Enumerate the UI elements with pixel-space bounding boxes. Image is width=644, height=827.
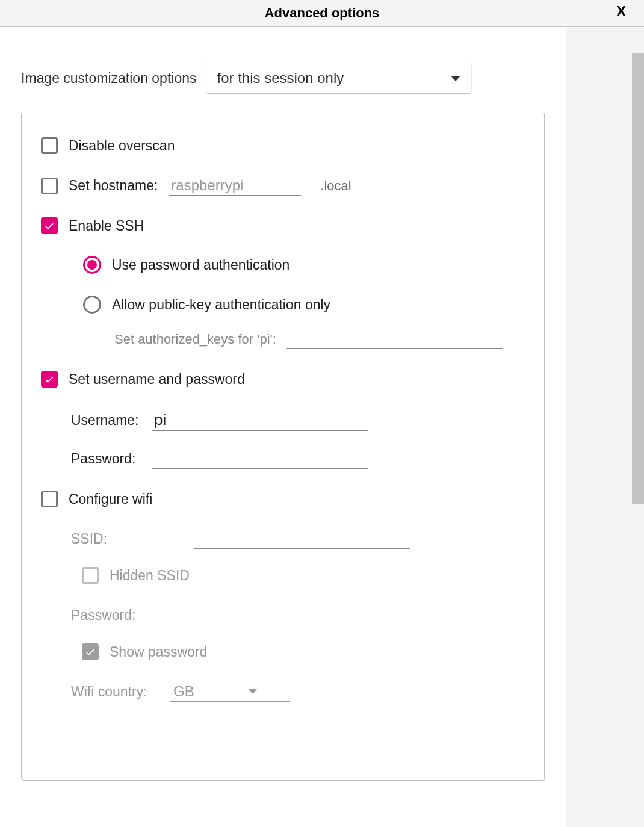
username-label: Username: (71, 412, 143, 429)
ssh-password-auth-label: Use password authentication (112, 257, 289, 273)
enable-ssh-row: Enable SSH (41, 217, 525, 234)
wifi-hidden-ssid-checkbox[interactable] (82, 567, 99, 584)
enable-ssh-checkbox[interactable] (41, 217, 58, 234)
password-label: Password: (71, 451, 143, 467)
configure-wifi-checkbox[interactable] (41, 491, 58, 507)
ssh-pubkey-auth-radio[interactable] (83, 296, 101, 314)
ssh-pubkey-auth-row: Allow public-key authentication only (41, 296, 525, 314)
chevron-down-icon (249, 689, 257, 694)
customization-select-value: for this session only (217, 70, 344, 87)
customization-select[interactable]: for this session only (206, 63, 471, 93)
ssh-password-auth-row: Use password authentication (41, 256, 525, 274)
check-icon (84, 646, 96, 658)
disable-overscan-checkbox[interactable] (41, 137, 58, 154)
disable-overscan-label: Disable overscan (69, 138, 175, 154)
wifi-country-value: GB (173, 683, 194, 700)
check-icon (43, 220, 55, 232)
dialog-header: Advanced options X (0, 0, 644, 27)
dialog-title: Advanced options (265, 5, 380, 21)
password-input[interactable] (152, 449, 368, 469)
disable-overscan-row: Disable overscan (41, 137, 525, 154)
wifi-hidden-ssid-row: Hidden SSID (41, 567, 525, 584)
hostname-input[interactable] (169, 176, 301, 196)
ssh-authkeys-row: Set authorized_keys for 'pi': (41, 329, 525, 349)
hostname-suffix: .local (320, 178, 351, 194)
set-userpass-label: Set username and password (69, 371, 245, 388)
username-input[interactable] (152, 409, 368, 431)
chevron-down-icon (451, 76, 460, 81)
set-userpass-row: Set username and password (41, 371, 525, 388)
set-hostname-label: Set hostname: (69, 178, 158, 194)
wifi-password-input[interactable] (161, 606, 378, 625)
wifi-password-label: Password: (71, 607, 143, 624)
wifi-show-password-checkbox[interactable] (82, 643, 99, 660)
ssh-password-auth-radio[interactable] (83, 256, 101, 274)
password-row: Password: (41, 449, 525, 469)
wifi-ssid-input[interactable] (194, 529, 410, 549)
wifi-show-password-label: Show password (110, 644, 207, 660)
ssh-authkeys-label: Set authorized_keys for 'pi': (114, 332, 276, 347)
ssh-pubkey-auth-label: Allow public-key authentication only (112, 297, 330, 313)
customization-label: Image customization options (21, 70, 197, 87)
username-row: Username: (41, 409, 525, 431)
wifi-country-row: Wifi country: GB (41, 682, 525, 702)
check-icon (43, 373, 55, 385)
wifi-password-row: Password: (41, 606, 525, 625)
wifi-ssid-label: SSID: (71, 531, 143, 547)
wifi-show-password-row: Show password (41, 643, 525, 660)
scrollbar-thumb[interactable] (632, 53, 644, 504)
wifi-hidden-ssid-label: Hidden SSID (110, 568, 190, 584)
customization-row: Image customization options for this ses… (21, 27, 566, 113)
set-userpass-checkbox[interactable] (41, 371, 58, 388)
configure-wifi-row: Configure wifi (41, 491, 525, 507)
wifi-ssid-row: SSID: (41, 529, 525, 549)
wifi-country-label: Wifi country: (71, 684, 161, 700)
set-hostname-row: Set hostname: .local (41, 176, 525, 196)
set-hostname-checkbox[interactable] (41, 178, 58, 194)
options-panel: Disable overscan Set hostname: .local En… (21, 113, 545, 781)
main-content: Image customization options for this ses… (0, 27, 566, 827)
enable-ssh-label: Enable SSH (69, 218, 144, 234)
close-button[interactable]: X (616, 3, 626, 20)
configure-wifi-label: Configure wifi (69, 491, 152, 507)
ssh-authkeys-input[interactable] (286, 329, 503, 349)
wifi-country-select[interactable]: GB (170, 682, 290, 702)
